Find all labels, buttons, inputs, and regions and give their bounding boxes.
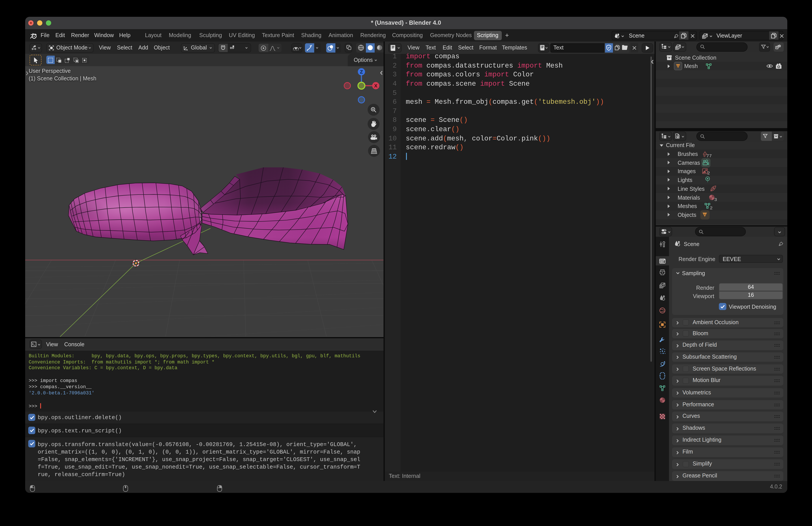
svg-text:X: X bbox=[374, 83, 377, 88]
svg-text:Z: Z bbox=[360, 69, 363, 75]
